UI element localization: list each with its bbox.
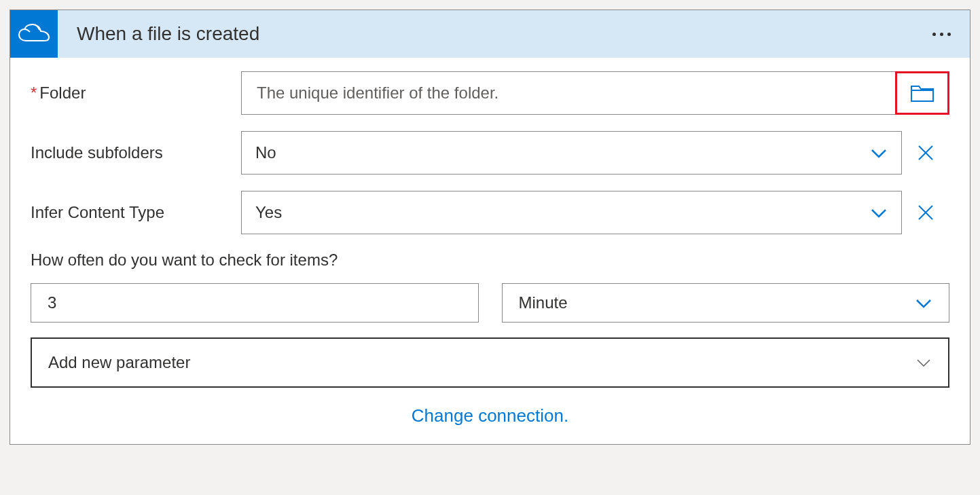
close-icon [917,144,934,162]
remove-include-subfolders-button[interactable] [902,131,949,175]
required-marker: * [31,84,37,102]
card-menu-button[interactable] [932,33,970,36]
polling-row: Minute [31,283,949,323]
onedrive-cloud-icon [18,23,50,45]
remove-infer-content-type-button[interactable] [902,191,949,234]
include-subfolders-select[interactable]: No [241,131,902,175]
chevron-down-icon [870,144,888,162]
change-connection-link[interactable]: Change connection. [31,405,949,426]
infer-content-type-select[interactable]: Yes [241,191,902,234]
chevron-down-icon [915,294,932,312]
include-subfolders-value: No [255,143,276,162]
include-subfolders-label: Include subfolders [31,143,241,162]
include-subfolders-row: Include subfolders No [31,131,949,175]
infer-content-type-row: Infer Content Type Yes [31,191,949,234]
polling-unit-value: Minute [519,293,568,312]
folder-icon [910,84,934,103]
folder-label: *Folder [31,84,241,103]
card-header: When a file is created [10,10,970,58]
add-new-parameter-label: Add new parameter [48,353,190,372]
card-body: *Folder Include subfolders No [10,58,970,444]
folder-label-text: Folder [39,84,86,102]
card-title: When a file is created [58,23,932,45]
connector-icon-box [10,10,58,58]
folder-row: *Folder [31,71,949,115]
polling-interval-input[interactable] [31,283,479,323]
chevron-down-icon [870,204,888,221]
infer-content-type-label: Infer Content Type [31,203,241,222]
polling-question: How often do you want to check for items… [31,251,949,270]
chevron-down-icon [915,354,932,371]
folder-input[interactable] [241,71,896,115]
polling-unit-select[interactable]: Minute [502,283,950,323]
folder-input-wrap [241,71,949,115]
add-new-parameter-select[interactable]: Add new parameter [31,337,949,388]
close-icon [917,204,934,221]
infer-content-type-wrap: Yes [241,191,949,234]
include-subfolders-wrap: No [241,131,949,175]
folder-browse-button[interactable] [895,71,949,115]
trigger-card: When a file is created *Folder Include s… [10,10,970,445]
infer-content-type-value: Yes [255,203,282,222]
